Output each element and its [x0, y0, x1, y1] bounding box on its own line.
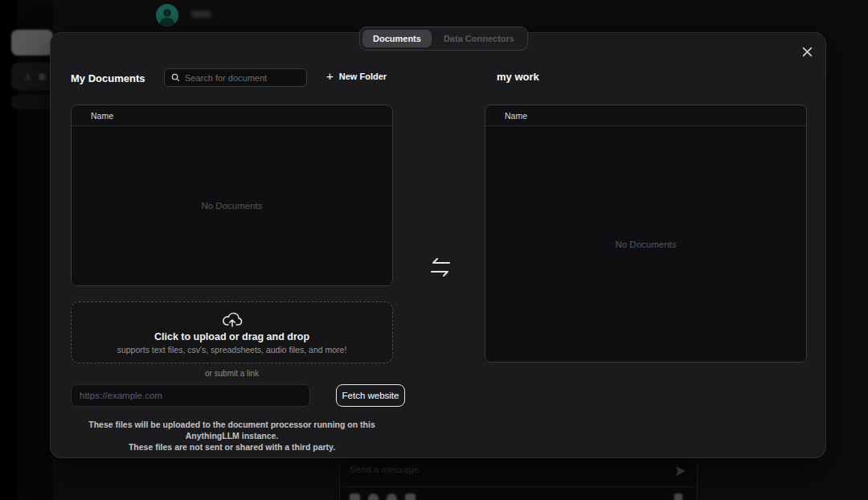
upload-disclaimer: These files will be uploaded to the docu… [71, 419, 393, 453]
workspace-title: my work [497, 71, 539, 83]
name-column-header: Name [505, 111, 527, 121]
tab-documents[interactable]: Documents [362, 30, 432, 47]
app-screen: Send a message Documents Data Connectors… [0, 0, 868, 500]
or-submit-link-label: or submit a link [71, 369, 393, 378]
search-input[interactable] [185, 73, 300, 83]
url-input[interactable] [71, 384, 310, 407]
link-fetch-row: Fetch website [71, 384, 405, 407]
close-icon[interactable] [800, 44, 814, 59]
upload-dropzone[interactable]: Click to upload or drag and drop support… [71, 301, 393, 363]
fetch-website-button[interactable]: Fetch website [336, 384, 405, 407]
document-manager-modal: My Documents + New Folder Name No Docume… [50, 32, 826, 458]
my-documents-header: My Documents + New Folder [71, 68, 408, 88]
documents-panel-header: Name [72, 105, 392, 126]
disclaimer-line-2: These files are not sent or shared with … [71, 441, 393, 453]
upload-subtitle: supports text files, csv's, spreadsheets… [117, 345, 347, 355]
plus-icon: + [326, 70, 334, 82]
tab-data-connectors[interactable]: Data Connectors [433, 30, 525, 47]
disclaimer-line-1: These files will be uploaded to the docu… [71, 419, 393, 441]
search-icon [171, 73, 180, 82]
upload-title: Click to upload or drag and drop [154, 331, 309, 342]
move-documents-arrows-icon [428, 255, 452, 281]
documents-panel-body: No Documents [72, 126, 392, 285]
no-documents-text: No Documents [201, 201, 262, 211]
new-folder-label: New Folder [339, 72, 387, 81]
documents-panel: Name No Documents [71, 105, 393, 286]
no-documents-text: No Documents [615, 240, 676, 249]
document-search [164, 68, 307, 87]
name-column-header: Name [91, 111, 113, 121]
new-folder-button[interactable]: + New Folder [326, 70, 387, 82]
modal-tabbar: Documents Data Connectors [359, 27, 528, 51]
my-documents-title: My Documents [71, 72, 145, 84]
workspace-panel-header: Name [485, 105, 806, 126]
workspace-panel-body: No Documents [485, 126, 806, 362]
cloud-upload-icon [222, 311, 243, 329]
workspace-documents-panel: Name No Documents [485, 105, 807, 363]
